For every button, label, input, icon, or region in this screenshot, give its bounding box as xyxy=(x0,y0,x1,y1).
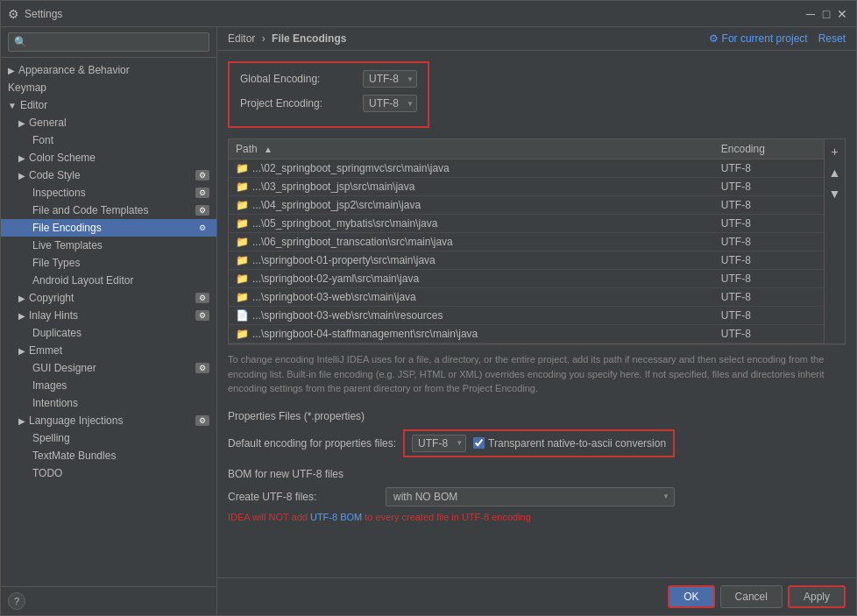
table-row[interactable]: 📁...\springboot-01-property\src\main\jav… xyxy=(229,251,824,270)
bom-select-wrapper: with NO BOM with BOM with BOM (Windows) xyxy=(386,487,675,506)
sidebar-item-label: Spelling xyxy=(32,432,70,444)
maximize-button[interactable]: □ xyxy=(819,7,833,21)
table-row[interactable]: 📁...\springboot-04-staffmanagement\src\m… xyxy=(229,325,824,343)
sidebar-item-emmet[interactable]: ▶ Emmet xyxy=(1,342,216,359)
scroll-down-button[interactable]: ▼ xyxy=(827,185,843,202)
folder-icon: 📁 xyxy=(236,273,249,285)
path-cell: 📁...\05_springboot_mybatis\src\main\java xyxy=(229,215,714,233)
breadcrumb-separator: › xyxy=(262,32,266,45)
transparent-conversion-label[interactable]: Transparent native-to-ascii conversion xyxy=(473,437,666,450)
sidebar-item-label: Color Scheme xyxy=(29,152,96,164)
sidebar-item-android-layout[interactable]: Android Layout Editor xyxy=(1,272,216,289)
arrow-icon: ▶ xyxy=(18,153,25,163)
global-encoding-label: Global Encoding: xyxy=(240,73,363,85)
sidebar-item-label: Live Templates xyxy=(32,239,103,251)
sidebar-item-todo[interactable]: TODO xyxy=(1,464,216,482)
add-row-button[interactable]: + xyxy=(829,143,839,160)
encoding-cell: UTF-8 xyxy=(714,288,824,307)
sidebar-item-code-style[interactable]: ▶ Code Style ⚙ xyxy=(1,166,216,184)
encoding-cell: UTF-8 xyxy=(714,325,824,343)
arrow-icon: ▶ xyxy=(18,311,25,321)
apply-button[interactable]: Apply xyxy=(788,585,846,608)
sidebar-item-file-types[interactable]: File Types xyxy=(1,254,216,272)
sidebar-item-file-encodings[interactable]: File Encodings ⚙ xyxy=(1,219,216,237)
breadcrumb-right: ⚙ For current project Reset xyxy=(709,32,846,45)
sidebar: ▶ Appearance & Behavior Keymap ▼ Editor … xyxy=(1,27,217,615)
sidebar-item-label: Emmet xyxy=(29,344,62,357)
bom-row: Create UTF-8 files: with NO BOM with BOM… xyxy=(228,487,846,506)
ok-button[interactable]: OK xyxy=(668,585,714,608)
folder-icon: 📁 xyxy=(236,291,249,303)
sidebar-item-label: Inlay Hints xyxy=(29,309,78,322)
breadcrumb-current: File Encodings xyxy=(272,32,346,45)
sidebar-item-label: Language Injections xyxy=(29,414,123,427)
default-encoding-label: Default encoding for properties files: xyxy=(228,437,396,450)
bom-create-label: Create UTF-8 files: xyxy=(228,491,386,503)
sidebar-item-spelling[interactable]: Spelling xyxy=(1,429,216,447)
bom-create-select[interactable]: with NO BOM with BOM with BOM (Windows) xyxy=(386,487,675,506)
sort-icon: ▲ xyxy=(264,145,273,154)
sidebar-item-label: Inspections xyxy=(32,187,86,199)
table-row[interactable]: 📁...\04_springboot_jsp2\src\main\javaUTF… xyxy=(229,196,824,215)
sidebar-item-live-templates[interactable]: Live Templates xyxy=(1,237,216,254)
table-row[interactable]: 📁...\springboot-02-yaml\src\main\javaUTF… xyxy=(229,270,824,288)
sidebar-item-label: Editor xyxy=(20,99,47,111)
global-encoding-select[interactable]: UTF-8 xyxy=(363,70,417,88)
folder-icon: 📁 xyxy=(236,328,249,340)
sidebar-item-intentions[interactable]: Intentions xyxy=(1,394,216,412)
for-project-link[interactable]: ⚙ For current project xyxy=(709,32,807,45)
table-row[interactable]: 📁...\05_springboot_mybatis\src\main\java… xyxy=(229,215,824,233)
minimize-button[interactable]: ─ xyxy=(804,7,818,21)
folder-icon: 📁 xyxy=(236,181,249,193)
sidebar-item-gui-designer[interactable]: GUI Designer ⚙ xyxy=(1,359,216,377)
sidebar-item-copyright[interactable]: ▶ Copyright ⚙ xyxy=(1,289,216,307)
project-encoding-select[interactable]: UTF-8 xyxy=(363,95,417,112)
description-text: To change encoding IntelliJ IDEA uses fo… xyxy=(228,344,846,403)
encoding-cell: UTF-8 xyxy=(714,196,824,215)
transparent-conversion-checkbox[interactable] xyxy=(473,437,485,449)
bom-section: BOM for new UTF-8 files Create UTF-8 fil… xyxy=(228,468,846,522)
sidebar-item-language-injections[interactable]: ▶ Language Injections ⚙ xyxy=(1,412,216,429)
sidebar-item-inspections[interactable]: Inspections ⚙ xyxy=(1,184,216,202)
scroll-up-button[interactable]: ▲ xyxy=(827,164,843,181)
sidebar-item-inlay-hints[interactable]: ▶ Inlay Hints ⚙ xyxy=(1,307,216,324)
file-table: Path ▲ Encoding 📁...\02_springboot_sprin… xyxy=(229,139,824,343)
sidebar-item-file-code-templates[interactable]: File and Code Templates ⚙ xyxy=(1,202,216,219)
bom-info-link[interactable]: UTF-8 BOM xyxy=(310,512,362,522)
sidebar-item-editor[interactable]: ▼ Editor xyxy=(1,96,216,114)
table-row[interactable]: 📄...\springboot-03-web\src\main\resource… xyxy=(229,307,824,325)
main-content: ▶ Appearance & Behavior Keymap ▼ Editor … xyxy=(1,27,856,615)
sidebar-item-general[interactable]: ▶ General xyxy=(1,114,216,131)
breadcrumb-parent: Editor xyxy=(228,32,255,45)
badge-icon: ⚙ xyxy=(195,310,209,321)
table-row[interactable]: 📁...\springboot-03-web\src\main\javaUTF-… xyxy=(229,288,824,307)
settings-window: ⚙ Settings ─ □ ✕ ▶ Appearance & Behavior… xyxy=(0,0,857,616)
sidebar-item-textmate-bundles[interactable]: TextMate Bundles xyxy=(1,447,216,464)
search-input[interactable] xyxy=(8,32,209,52)
path-text: ...\springboot-02-yaml\src\main\java xyxy=(252,273,419,285)
reset-link[interactable]: Reset xyxy=(818,32,846,45)
title-bar: ⚙ Settings ─ □ ✕ xyxy=(1,1,856,27)
sidebar-item-images[interactable]: Images xyxy=(1,377,216,394)
encoding-cell: UTF-8 xyxy=(714,215,824,233)
bom-section-title: BOM for new UTF-8 files xyxy=(228,468,846,480)
table-row[interactable]: 📁...\02_springboot_springmvc\src\main\ja… xyxy=(229,159,824,178)
close-button[interactable]: ✕ xyxy=(835,7,849,21)
breadcrumb: Editor › File Encodings xyxy=(228,32,346,45)
sidebar-item-duplicates[interactable]: Duplicates xyxy=(1,324,216,342)
help-button[interactable]: ? xyxy=(8,592,25,610)
sidebar-item-keymap[interactable]: Keymap xyxy=(1,79,216,96)
sidebar-item-color-scheme[interactable]: ▶ Color Scheme xyxy=(1,149,216,166)
sidebar-item-appearance[interactable]: ▶ Appearance & Behavior xyxy=(1,61,216,79)
props-encoding-select[interactable]: UTF-8 xyxy=(412,435,466,452)
cancel-button[interactable]: Cancel xyxy=(720,585,783,608)
arrow-icon: ▶ xyxy=(18,346,25,356)
encoding-column-header: Encoding xyxy=(714,139,824,159)
encoding-cell: UTF-8 xyxy=(714,178,824,196)
window-icon: ⚙ xyxy=(8,7,19,21)
table-row[interactable]: 📁...\03_springboot_jsp\src\main\javaUTF-… xyxy=(229,178,824,196)
arrow-icon: ▼ xyxy=(8,101,17,110)
arrow-icon: ▶ xyxy=(8,66,15,75)
sidebar-item-font[interactable]: Font xyxy=(1,131,216,149)
table-row[interactable]: 📁...\06_springboot_transcation\src\main\… xyxy=(229,233,824,251)
